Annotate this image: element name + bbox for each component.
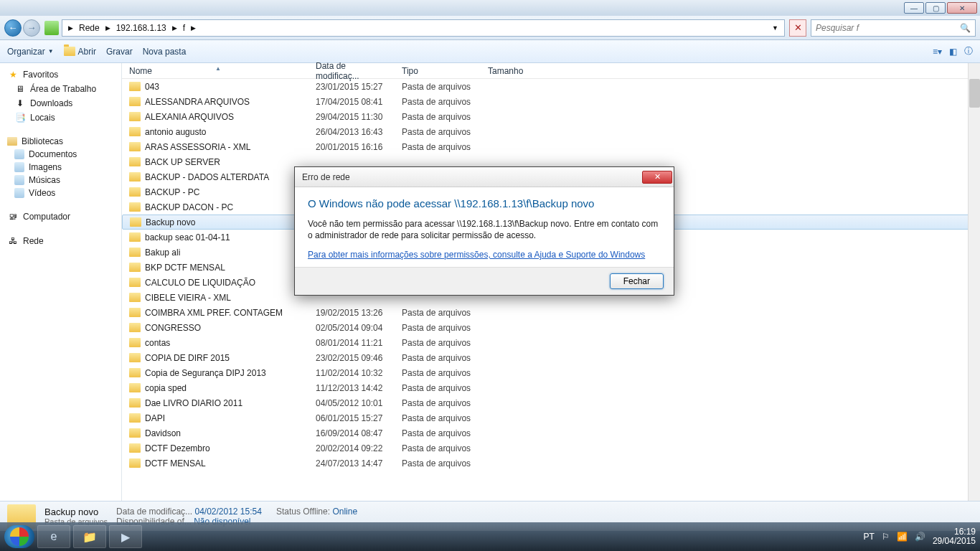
folder-icon (129, 308, 141, 317)
stop-button[interactable]: ✕ (789, 19, 806, 37)
chevron-right-icon: ▶ (68, 24, 73, 32)
minimize-button[interactable]: — (904, 2, 924, 14)
col-type[interactable]: Tipo (395, 66, 481, 76)
table-row[interactable]: Davidson16/09/2014 08:47Pasta de arquivo… (122, 425, 980, 441)
dialog-titlebar[interactable]: Erro de rede ✕ (295, 167, 674, 187)
language-indicator[interactable]: PT (864, 532, 875, 542)
folder-icon (129, 323, 141, 332)
folder-icon (129, 458, 141, 468)
cell-name: DCTF Dezembro (122, 443, 308, 453)
cell-type: Pasta de arquivos (395, 413, 481, 423)
sidebar-item-music[interactable]: Músicas (0, 174, 121, 187)
organize-button[interactable]: Organizar▼ (7, 47, 54, 57)
open-button[interactable]: Abrir (64, 47, 96, 57)
taskbar-explorer[interactable]: 📁 (73, 525, 106, 548)
flag-icon[interactable]: ⚐ (882, 532, 890, 542)
folder-icon (130, 217, 141, 227)
table-row[interactable]: ARAS ASSESSORIA - XML20/01/2015 16:16Pas… (122, 139, 980, 154)
cell-date: 29/04/2015 11:30 (308, 112, 395, 122)
forward-button[interactable]: → (23, 19, 40, 37)
taskbar-ie[interactable]: e (37, 525, 70, 548)
sidebar-libraries[interactable]: Bibliotecas (0, 135, 121, 148)
crumb-ip[interactable]: 192.168.1.13 (116, 23, 166, 33)
table-row[interactable]: DCTF Dezembro20/02/2014 09:22Pasta de ar… (122, 441, 980, 456)
sidebar-computer[interactable]: 🖳Computador (0, 209, 121, 224)
windows-orb-icon (10, 527, 29, 546)
search-icon[interactable]: 🔍 (960, 23, 971, 33)
maximize-button[interactable]: ▢ (925, 2, 946, 14)
folder-icon (129, 278, 141, 287)
videos-icon (14, 188, 24, 198)
scrollbar-thumb[interactable] (969, 79, 980, 108)
search-input[interactable]: Pesquisar f 🔍 (811, 19, 976, 37)
sidebar-item-documents[interactable]: Documentos (0, 148, 121, 161)
taskbar-mediaplayer[interactable]: ▶ (109, 525, 142, 548)
folder-icon (129, 428, 141, 438)
clock[interactable]: 16:19 29/04/2015 (933, 527, 976, 546)
table-row[interactable]: Dae LIVRO DIARIO 201104/05/2012 10:01Pas… (122, 395, 980, 410)
sidebar-item-downloads[interactable]: ⬇Downloads (0, 96, 121, 110)
cell-type: Pasta de arquivos (395, 398, 481, 408)
table-row[interactable]: ALEXANIA ARQUIVOS29/04/2015 11:30Pasta d… (122, 109, 980, 124)
folder-icon (129, 353, 141, 362)
table-row[interactable]: COPIA DE DIRF 201523/02/2015 09:46Pasta … (122, 350, 980, 365)
sidebar-item-images[interactable]: Imagens (0, 161, 121, 174)
breadcrumb[interactable]: ▶ Rede ▶ 192.168.1.13 ▶ f ▶ ▼ (62, 19, 785, 37)
dialog-help-link[interactable]: Para obter mais informações sobre permis… (308, 250, 661, 260)
crumb-rede[interactable]: Rede (79, 23, 100, 33)
sidebar-favorites[interactable]: ★Favoritos (0, 67, 121, 82)
new-folder-button[interactable]: Nova pasta (143, 47, 187, 57)
back-button[interactable]: ← (4, 19, 22, 37)
download-icon: ⬇ (14, 98, 26, 109)
dialog-close-button[interactable]: ✕ (642, 171, 672, 184)
scrollbar[interactable] (968, 63, 980, 501)
cell-name: 043 (122, 82, 308, 92)
table-row[interactable]: CONGRESSO02/05/2014 09:04Pasta de arquiv… (122, 320, 980, 335)
col-name[interactable]: Nome▲ (122, 66, 308, 76)
col-date[interactable]: Data de modificaç... (308, 61, 395, 81)
sidebar-item-places[interactable]: 📑Locais (0, 110, 121, 125)
table-row[interactable]: DCTF MENSAL24/07/2013 14:47Pasta de arqu… (122, 456, 980, 471)
toolbar: Organizar▼ Abrir Gravar Nova pasta ≡▾ ◧ … (0, 40, 980, 63)
cell-type: Pasta de arquivos (395, 368, 481, 378)
folder-icon (129, 112, 141, 121)
network-tray-icon[interactable]: 📶 (897, 532, 908, 542)
col-size[interactable]: Tamanho (481, 66, 552, 76)
volume-icon[interactable]: 🔊 (915, 532, 925, 542)
preview-pane-icon[interactable]: ◧ (949, 47, 957, 57)
dialog-close-action-button[interactable]: Fechar (610, 273, 664, 289)
sidebar-item-videos[interactable]: Vídeos (0, 187, 121, 199)
music-icon (14, 175, 24, 185)
burn-button[interactable]: Gravar (106, 47, 133, 57)
table-row[interactable]: antonio augusto26/04/2013 16:43Pasta de … (122, 124, 980, 139)
cell-name: antonio augusto (122, 127, 308, 137)
table-row[interactable]: copia sped11/12/2013 14:42Pasta de arqui… (122, 380, 980, 395)
cell-date: 19/02/2015 13:26 (308, 308, 395, 318)
desktop-icon: 🖥 (14, 83, 26, 95)
start-button[interactable] (4, 525, 34, 548)
table-row[interactable]: COIMBRA XML PREF. CONTAGEM19/02/2015 13:… (122, 305, 980, 320)
help-icon[interactable]: ⓘ (964, 45, 973, 57)
table-row[interactable]: 04323/01/2015 15:27Pasta de arquivos (122, 79, 980, 94)
search-placeholder: Pesquisar f (816, 23, 859, 33)
sidebar-item-desktop[interactable]: 🖥Área de Trabalho (0, 82, 121, 96)
details-title: Backup novo (44, 507, 108, 517)
sidebar-network[interactable]: 🖧Rede (0, 234, 121, 248)
close-window-button[interactable]: ✕ (947, 2, 977, 14)
table-row[interactable]: ALESSANDRA ARQUIVOS17/04/2015 08:41Pasta… (122, 94, 980, 109)
cell-type: Pasta de arquivos (395, 428, 481, 438)
dropdown-icon[interactable]: ▼ (772, 24, 778, 32)
view-options-icon[interactable]: ≡▾ (933, 47, 942, 57)
taskbar: e 📁 ▶ PT ⚐ 📶 🔊 16:19 29/04/2015 (0, 522, 980, 551)
table-row[interactable]: contas08/01/2014 11:21Pasta de arquivos (122, 335, 980, 350)
crumb-f[interactable]: f (183, 23, 185, 33)
cell-name: BKP DCTF MENSAL (122, 263, 308, 273)
cell-type: Pasta de arquivos (395, 323, 481, 333)
details-value: Online (332, 507, 357, 517)
table-row[interactable]: DAPI06/01/2015 15:27Pasta de arquivos (122, 410, 980, 425)
cell-date: 26/04/2013 16:43 (308, 127, 395, 137)
cell-date: 11/12/2013 14:42 (308, 383, 395, 393)
folder-icon (129, 187, 141, 197)
table-row[interactable]: Copia de Segurança DIPJ 201311/02/2014 1… (122, 365, 980, 380)
cell-type: Pasta de arquivos (395, 112, 481, 122)
